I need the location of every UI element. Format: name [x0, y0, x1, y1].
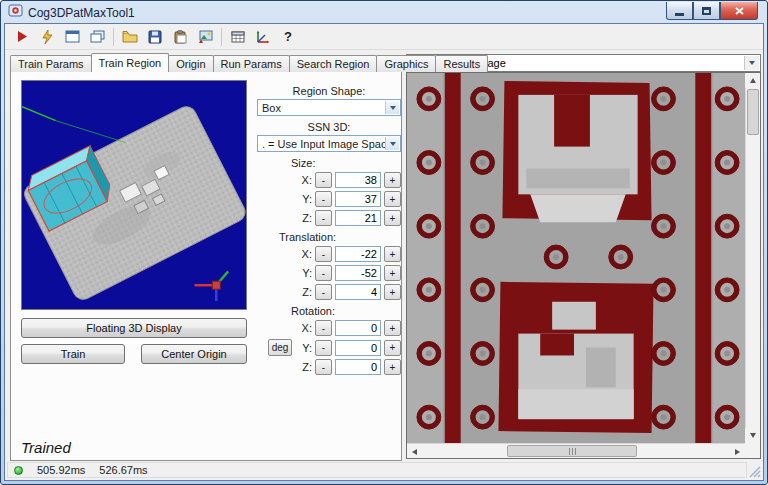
- translation-x-decrement-button[interactable]: -: [315, 246, 332, 262]
- minimize-button[interactable]: [666, 2, 693, 20]
- app-window: Cog3DPatMaxTool1: [0, 0, 768, 485]
- train-button[interactable]: Train: [21, 344, 125, 364]
- close-icon: [735, 7, 744, 15]
- rotation-y-decrement-button[interactable]: -: [315, 340, 332, 356]
- translation-y-increment-button[interactable]: +: [384, 265, 401, 281]
- image-display[interactable]: [406, 72, 761, 459]
- scroll-right-arrow[interactable]: [730, 444, 745, 459]
- run-button[interactable]: [10, 26, 34, 48]
- size-x-row: X: - +: [257, 172, 401, 188]
- tab-run-params[interactable]: Run Params: [213, 55, 290, 72]
- center-origin-button[interactable]: Center Origin: [141, 344, 247, 364]
- translation-y-decrement-button[interactable]: -: [315, 265, 332, 281]
- scroll-left-arrow[interactable]: [407, 444, 422, 459]
- resize-grip-icon: [749, 466, 761, 478]
- ssn-3d-select[interactable]: . = Use Input Image Space: [257, 135, 401, 152]
- tab-train-params[interactable]: Train Params: [10, 55, 92, 72]
- translation-z-increment-button[interactable]: +: [384, 284, 401, 300]
- maximize-button[interactable]: [693, 2, 720, 20]
- rotation-z-decrement-button[interactable]: -: [315, 359, 332, 375]
- add-image-icon: [198, 30, 213, 43]
- tab-graphics[interactable]: Graphics: [376, 55, 436, 72]
- maximize-icon: [702, 7, 711, 15]
- title-bar[interactable]: Cog3DPatMaxTool1: [2, 2, 766, 23]
- rotation-y-field[interactable]: [335, 340, 381, 356]
- origin-tool-button[interactable]: [251, 26, 275, 48]
- translation-z-field[interactable]: [335, 284, 381, 300]
- window-title: Cog3DPatMaxTool1: [28, 6, 135, 20]
- size-z-row: Z: - +: [257, 210, 401, 226]
- tab-search-region[interactable]: Search Region: [289, 55, 378, 72]
- vertical-scroll-thumb[interactable]: [747, 89, 759, 135]
- translation-x-row: X: - +: [257, 246, 401, 262]
- rotation-x-row: X: - +: [257, 320, 401, 336]
- import-image-button[interactable]: [193, 26, 217, 48]
- close-button[interactable]: [720, 2, 758, 20]
- size-z-increment-button[interactable]: +: [384, 210, 401, 226]
- horizontal-scroll-thumb[interactable]: [507, 445, 637, 457]
- chevron-down-icon: [385, 137, 399, 150]
- help-button[interactable]: ?: [276, 26, 300, 48]
- translation-z-decrement-button[interactable]: -: [315, 284, 332, 300]
- size-y-decrement-button[interactable]: -: [315, 191, 332, 207]
- rotation-z-increment-button[interactable]: +: [384, 359, 401, 375]
- status-bar: 505.92ms 526.67ms: [5, 460, 763, 480]
- size-z-field[interactable]: [335, 210, 381, 226]
- tab-results[interactable]: Results: [435, 55, 488, 72]
- input-image[interactable]: [407, 73, 745, 443]
- toolbar-separator: [113, 28, 114, 46]
- open-folder-icon: [122, 30, 138, 43]
- vertical-scrollbar[interactable]: [745, 73, 760, 443]
- rotation-y-row: deg Y: - +: [257, 339, 401, 356]
- resize-grip[interactable]: [747, 462, 761, 478]
- status-cell: 505.92ms 526.67ms: [7, 462, 747, 478]
- region-shape-label: Region Shape:: [257, 85, 401, 97]
- table-icon: [231, 31, 245, 43]
- status-led-icon: [14, 466, 23, 475]
- scroll-up-arrow[interactable]: [745, 73, 760, 88]
- play-icon: [16, 30, 29, 43]
- region-shape-select[interactable]: Box: [257, 99, 401, 116]
- translation-x-field[interactable]: [335, 246, 381, 262]
- image-display-button[interactable]: [60, 26, 84, 48]
- size-label: Size:: [291, 157, 401, 169]
- scroll-down-arrow[interactable]: [745, 428, 760, 443]
- minimize-icon: [675, 13, 684, 16]
- 3d-viewport[interactable]: [21, 80, 247, 310]
- paste-button[interactable]: [168, 26, 192, 48]
- lightning-icon: [41, 30, 54, 44]
- translation-y-field[interactable]: [335, 265, 381, 281]
- rotation-x-increment-button[interactable]: +: [384, 320, 401, 336]
- rotation-z-field[interactable]: [335, 359, 381, 375]
- run-continuous-button[interactable]: [35, 26, 59, 48]
- help-icon: ?: [284, 29, 292, 44]
- translation-label: Translation:: [279, 231, 401, 243]
- tab-origin[interactable]: Origin: [168, 55, 213, 72]
- open-button[interactable]: [118, 26, 142, 48]
- horizontal-scrollbar[interactable]: [407, 443, 745, 458]
- float-window-button[interactable]: [85, 26, 109, 48]
- save-icon: [148, 30, 162, 44]
- toolbar: ?: [5, 24, 763, 50]
- rotation-label: Rotation:: [291, 305, 401, 317]
- floating-3d-display-button[interactable]: Floating 3D Display: [21, 318, 247, 338]
- size-x-field[interactable]: [335, 172, 381, 188]
- size-x-increment-button[interactable]: +: [384, 172, 401, 188]
- rotation-y-increment-button[interactable]: +: [384, 340, 401, 356]
- translation-x-increment-button[interactable]: +: [384, 246, 401, 262]
- tab-train-region[interactable]: Train Region: [91, 53, 170, 72]
- rotation-x-decrement-button[interactable]: -: [315, 320, 332, 336]
- size-y-increment-button[interactable]: +: [384, 191, 401, 207]
- chevron-down-icon: [744, 56, 759, 70]
- app-icon[interactable]: [8, 3, 23, 22]
- results-table-button[interactable]: [226, 26, 250, 48]
- size-z-decrement-button[interactable]: -: [315, 210, 332, 226]
- size-y-field[interactable]: [335, 191, 381, 207]
- region-form: Region Shape: Box SSN 3D: . = Use Input …: [257, 80, 401, 378]
- deg-button[interactable]: deg: [268, 339, 292, 356]
- size-x-decrement-button[interactable]: -: [315, 172, 332, 188]
- clipboard-icon: [174, 30, 187, 44]
- rotation-x-field[interactable]: [335, 320, 381, 336]
- run-time: 505.92ms: [37, 464, 85, 476]
- save-button[interactable]: [143, 26, 167, 48]
